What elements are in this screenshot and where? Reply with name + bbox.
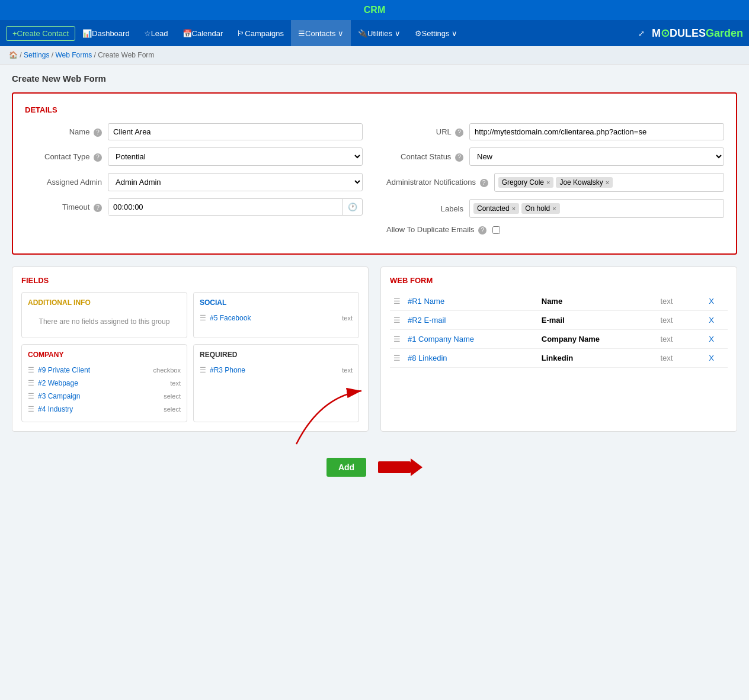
expand-icon: ⤢ [638, 29, 645, 38]
nav-contacts[interactable]: ☰ Contacts ∨ [291, 20, 351, 46]
admin-notifications-tags[interactable]: Gregory Cole × Joe Kowalsky × [494, 173, 724, 192]
field-type-phone: text [342, 367, 353, 374]
field-name-facebook: #5 Facebook [210, 314, 338, 322]
admin-notifications-help-icon[interactable]: ? [480, 179, 488, 187]
nav-calendar[interactable]: 📅 Calendar [175, 20, 231, 46]
add-button-arrow [375, 455, 422, 479]
list-item: ☰ #5 Facebook text [200, 312, 353, 325]
webform-title: WEB FORM [390, 276, 728, 285]
clock-icon[interactable]: 🕐 [343, 199, 362, 215]
assigned-admin-select[interactable]: Admin Admin [108, 173, 363, 191]
allow-duplicate-label: Allow To Duplicate Emails ? [386, 225, 486, 235]
tag-joe-kowalsky-remove[interactable]: × [606, 179, 609, 186]
drag-icon[interactable]: ☰ [200, 366, 206, 374]
url-row: URL ? [386, 123, 724, 140]
labels-tags[interactable]: Contacted × On hold × [469, 199, 724, 218]
tag-contacted-remove[interactable]: × [512, 205, 516, 212]
contact-type-help-icon[interactable]: ? [94, 153, 102, 162]
wf-remove-1[interactable]: X [705, 330, 728, 349]
field-groups-grid: ADDITIONAL INFO There are no fields assi… [21, 292, 359, 422]
url-label: URL ? [386, 127, 463, 137]
field-name-webpage: #2 Webpage [38, 379, 167, 387]
app-header: CRM [0, 0, 749, 20]
contact-status-label: Contact Status ? [386, 152, 463, 162]
wf-type-r1: text [657, 292, 692, 311]
tag-gregory-cole-remove[interactable]: × [546, 179, 550, 186]
contact-type-row: Contact Type ? Potential Active Inactive [25, 147, 363, 166]
labels-row: Labels Contacted × On hold × [386, 199, 724, 218]
wf-type-1: text [657, 330, 692, 349]
home-icon[interactable]: 🏠 [9, 51, 18, 59]
drag-icon[interactable]: ☰ [28, 366, 34, 374]
contact-type-select[interactable]: Potential Active Inactive [108, 147, 363, 166]
name-input[interactable] [108, 123, 363, 140]
name-label: Name ? [25, 127, 102, 137]
drag-handle[interactable]: ☰ [390, 292, 404, 311]
wf-type-8: text [657, 349, 692, 368]
allow-duplicate-checkbox[interactable] [492, 226, 500, 234]
breadcrumb-webforms[interactable]: Web Forms [55, 51, 92, 59]
timeout-help-icon[interactable]: ? [94, 204, 102, 212]
allow-duplicate-row: Allow To Duplicate Emails ? [386, 225, 724, 235]
nav-dashboard[interactable]: 📊 Dashboard [75, 20, 137, 46]
table-row: ☰ #1 Company Name Company Name text X [390, 330, 728, 349]
tag-joe-kowalsky: Joe Kowalsky × [556, 177, 613, 188]
dashboard-icon: 📊 [82, 29, 92, 38]
svg-rect-2 [378, 461, 411, 473]
required-title: REQUIRED [200, 351, 353, 359]
nav-campaigns[interactable]: 🏳 Campaigns [230, 20, 291, 46]
bottom-grid: FIELDS ADDITIONAL INFO There are no fiel… [12, 266, 737, 432]
allow-duplicate-checkbox-wrap [492, 226, 500, 234]
wf-remove-8[interactable]: X [705, 349, 728, 368]
breadcrumb-settings[interactable]: Settings [24, 51, 49, 59]
table-row: ☰ #R2 E-mail E-mail text X [390, 311, 728, 330]
additional-info-title: ADDITIONAL INFO [28, 298, 181, 307]
field-group-company: COMPANY ☰ #9 Private Client checkbox ☰ #… [21, 344, 187, 422]
wf-id-8: #8 Linkedin [404, 349, 538, 368]
wf-id-r2: #R2 E-mail [404, 311, 538, 330]
tag-gregory-cole: Gregory Cole × [498, 177, 554, 188]
breadcrumb: 🏠 / Settings / Web Forms / Create Web Fo… [0, 46, 749, 65]
details-section: DETAILS Name ? Contact Type ? [12, 92, 737, 255]
drag-icon[interactable]: ☰ [200, 314, 206, 322]
name-help-icon[interactable]: ? [94, 129, 102, 137]
nav-expand[interactable]: ⤢ [631, 20, 652, 46]
list-item: ☰ #9 Private Client checkbox [28, 364, 181, 377]
drag-handle[interactable]: ☰ [390, 349, 404, 368]
assigned-admin-row: Assigned Admin Admin Admin [25, 173, 363, 191]
details-right: URL ? Contact Status ? New Contacted Qua… [386, 123, 724, 242]
contact-status-row: Contact Status ? New Contacted Qualified… [386, 147, 724, 166]
field-type-industry: select [164, 406, 181, 413]
drag-handle[interactable]: ☰ [390, 311, 404, 330]
tag-on-hold-remove[interactable]: × [552, 205, 556, 212]
contact-type-label: Contact Type ? [25, 152, 102, 162]
field-type-webpage: text [170, 380, 181, 387]
field-name-private-client: #9 Private Client [38, 366, 150, 374]
contact-status-help-icon[interactable]: ? [455, 153, 463, 162]
field-name-campaign: #3 Campaign [38, 392, 160, 400]
page-title: Create New Web Form [12, 73, 737, 84]
nav-settings[interactable]: ⚙ Settings ∨ [408, 20, 465, 46]
drag-icon[interactable]: ☰ [28, 379, 34, 387]
additional-info-empty: There are no fields assigned to this gro… [28, 312, 181, 332]
url-input[interactable] [469, 123, 724, 140]
add-button[interactable]: Add [327, 458, 366, 477]
timeout-input[interactable] [108, 199, 343, 215]
drag-handle[interactable]: ☰ [390, 330, 404, 349]
drag-icon[interactable]: ☰ [28, 405, 34, 413]
allow-duplicate-help-icon[interactable]: ? [478, 226, 486, 235]
nav-create-contact[interactable]: + Create Contact [6, 26, 75, 41]
table-row: ☰ #R1 Name Name text X [390, 292, 728, 311]
contact-status-select[interactable]: New Contacted Qualified Lost [469, 147, 724, 166]
url-help-icon[interactable]: ? [455, 129, 463, 137]
nav-lead[interactable]: ☆ Lead [137, 20, 175, 46]
wf-remove-r2[interactable]: X [705, 311, 728, 330]
nav-logo: M⊙DULESGarden [652, 27, 743, 40]
admin-notifications-row: Administrator Notifications ? Gregory Co… [386, 173, 724, 192]
fields-title: FIELDS [21, 276, 359, 285]
wf-remove-r1[interactable]: X [705, 292, 728, 311]
nav-utilities[interactable]: 🔌 Utilities ∨ [351, 20, 408, 46]
add-button-row: Add [12, 444, 737, 491]
tag-contacted: Contacted × [473, 203, 519, 214]
drag-icon[interactable]: ☰ [28, 392, 34, 400]
